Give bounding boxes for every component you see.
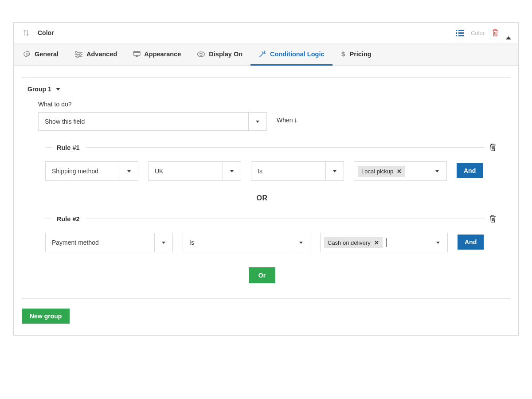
tab-label: Conditional Logic [270,51,324,58]
tab-appearance[interactable]: Appearance [125,44,189,66]
or-button[interactable]: Or [249,267,275,283]
rule2-value-select[interactable]: Cash on delivery ✕ [320,233,448,252]
appearance-icon [133,51,141,58]
what-to-do-value: Show this field [38,112,248,131]
chevron-down-icon [292,233,310,252]
list-icon[interactable] [456,30,464,36]
and-button[interactable]: And [458,235,484,250]
rule-header: Rule #1 [45,143,497,152]
group-card: Group 1 What to do? Show this field When… [22,77,510,299]
rule-title: Rule #2 [57,215,80,223]
when-label: When↓ [277,117,297,124]
remove-tag-icon[interactable]: ✕ [397,168,402,175]
delete-rule-icon[interactable] [489,215,497,223]
chevron-down-icon [325,161,344,181]
chevron-down-icon [154,233,173,252]
or-divider: OR [27,194,497,202]
tab-label: Display On [209,51,243,58]
dollar-icon: $ [340,50,346,58]
rule1-param-select[interactable]: UK [148,161,241,180]
rule1-field-select[interactable]: Shipping method [45,161,138,180]
tab-display-on[interactable]: Display On [189,44,250,66]
text-cursor [386,238,387,247]
svg-rect-5 [136,55,138,57]
panel-title: Color [38,29,54,36]
new-group-button[interactable]: New group [22,309,70,324]
tab-label: Appearance [144,51,181,58]
and-button[interactable]: And [457,163,483,178]
magic-wand-icon [258,50,266,58]
conditional-logic-content: Group 1 What to do? Show this field When… [14,66,518,335]
delete-rule-icon[interactable] [489,143,497,152]
delete-field-icon[interactable] [492,29,499,37]
panel-header: Color Color [14,23,518,43]
tag-chip: Cash on delivery ✕ [324,237,383,248]
chevron-down-icon [430,170,444,172]
chevron-down-icon [248,112,267,131]
rule-header: Rule #2 [45,215,497,223]
tabs: General Advanced Appearance Display On C… [14,43,518,66]
rule-block-1: Rule #1 Shipping method UK [27,143,497,181]
remove-tag-icon[interactable]: ✕ [374,239,379,246]
tab-label: General [35,51,59,58]
chevron-down-icon [431,242,445,244]
header-right-label: Color [471,30,485,36]
group-header[interactable]: Group 1 [27,86,497,93]
collapse-icon[interactable] [506,29,511,36]
chevron-down-icon [56,88,60,90]
drag-handle-icon[interactable] [21,29,31,37]
eye-icon [197,51,205,57]
what-to-do-section: What to do? Show this field When↓ [27,101,497,131]
chevron-down-icon [120,161,138,181]
sliders-icon [74,51,83,58]
rule1-value-select[interactable]: Local pickup ✕ [354,161,447,181]
svg-point-6 [200,53,202,55]
field-config-panel: Color Color General [13,22,519,336]
svg-point-0 [75,51,77,53]
tab-conditional-logic[interactable]: Conditional Logic [250,44,332,66]
tab-general[interactable]: General [16,44,66,66]
rule2-operator-select[interactable]: Is [183,233,310,251]
rule1-operator-select[interactable]: Is [251,161,344,180]
what-to-do-select[interactable]: Show this field [38,112,267,131]
gear-icon [23,51,31,58]
svg-point-1 [79,54,81,55]
group-title: Group 1 [27,86,51,93]
svg-text:$: $ [341,50,345,58]
tab-advanced[interactable]: Advanced [66,44,125,66]
tab-label: Pricing [350,51,372,58]
tag-chip: Local pickup ✕ [358,166,405,177]
rule2-field-select[interactable]: Payment method [45,233,173,251]
svg-point-2 [77,56,78,58]
chevron-down-icon [223,161,241,181]
rule-block-2: Rule #2 Payment method Is [27,215,497,252]
what-to-do-label: What to do? [38,101,497,108]
svg-rect-4 [133,51,140,53]
tab-label: Advanced [86,51,117,58]
arrow-down-icon: ↓ [294,117,297,124]
tab-pricing[interactable]: $ Pricing [332,44,379,66]
rule-title: Rule #1 [57,144,80,151]
